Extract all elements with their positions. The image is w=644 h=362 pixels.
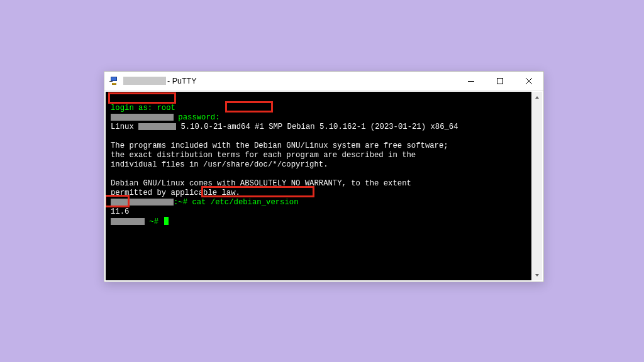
scroll-down-button[interactable] [531, 270, 542, 280]
password-label: password: [178, 113, 219, 122]
redacted-prompt-host [111, 199, 174, 206]
scroll-up-button[interactable] [531, 92, 542, 102]
putty-icon [109, 76, 119, 86]
motd-line-3: individual files in /usr/share/doc/*/cop… [111, 160, 328, 169]
cursor-block [164, 217, 169, 225]
window-title: - PuTTY [123, 77, 197, 85]
putty-window: - PuTTY login as: root password: Linux 5… [104, 71, 544, 282]
motd-line-5: permitted by applicable law. [111, 189, 240, 197]
motd-line-4: Debian GNU/Linux comes with ABSOLUTELY N… [111, 179, 411, 188]
motd-line-2: the exact distribution terms for each pr… [111, 151, 416, 160]
redacted-hostname [123, 77, 166, 85]
login-prompt: login as: [111, 104, 157, 112]
redacted-prompt-host-2 [111, 218, 145, 225]
terminal-area[interactable]: login as: root password: Linux 5.10.0-21… [106, 92, 542, 280]
terminal-content: login as: root password: Linux 5.10.0-21… [111, 94, 530, 278]
redacted-user-host [111, 114, 174, 121]
prompt2-tail: ~# [145, 217, 163, 226]
terminal-scrollbar[interactable] [531, 92, 542, 280]
prompt-tail: :~# [174, 198, 192, 207]
minimize-button[interactable] [457, 72, 486, 90]
kernel-prefix: Linux [111, 123, 138, 131]
login-user: root [157, 104, 175, 112]
command-output: 11.6 [111, 207, 129, 216]
window-titlebar[interactable]: - PuTTY [104, 72, 543, 90]
scroll-track[interactable] [531, 102, 542, 270]
command-cat: cat /etc/debian_version [192, 198, 298, 207]
kernel-line: 5.10.0-21-amd64 #1 SMP Debian 5.10.162-1… [176, 123, 458, 131]
page-background: - PuTTY login as: root password: Linux 5… [0, 0, 644, 362]
close-button[interactable] [514, 72, 543, 90]
svg-rect-0 [497, 78, 503, 84]
maximize-button[interactable] [486, 72, 514, 90]
motd-line-1: The programs included with the Debian GN… [111, 141, 448, 150]
redacted-host [138, 123, 176, 130]
